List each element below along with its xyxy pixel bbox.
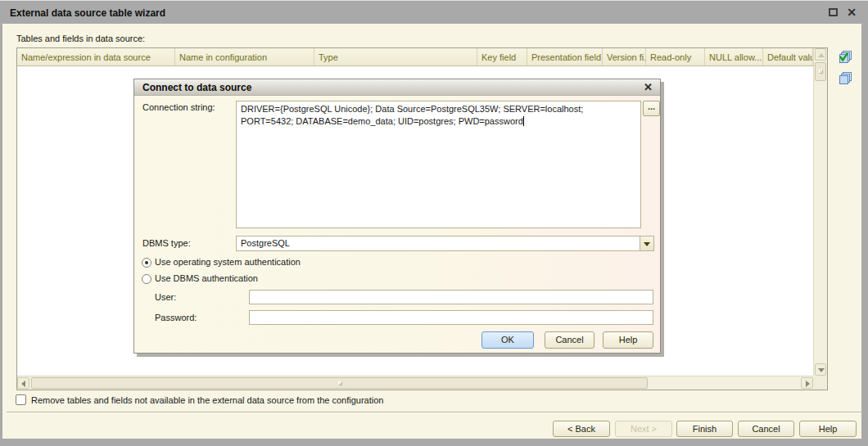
thumb-grip <box>338 381 342 385</box>
dialog-title: Connect to data source <box>142 82 251 93</box>
column-header[interactable]: Presentation field <box>527 48 603 66</box>
close-icon: ✕ <box>847 6 857 19</box>
uncheck-all-button[interactable] <box>837 71 853 88</box>
horizontal-scroll-thumb[interactable] <box>31 377 648 389</box>
column-header[interactable]: Default valu <box>763 48 813 66</box>
browse-button[interactable]: ... <box>643 101 660 116</box>
scroll-right-button[interactable] <box>801 377 813 389</box>
connection-string-label: Connection string: <box>142 102 215 112</box>
dialog-titlebar[interactable]: Connect to data source <box>134 79 660 96</box>
password-label: Password: <box>155 313 197 322</box>
close-icon: ✕ <box>644 81 653 93</box>
dbms-type-select[interactable]: PostgreSQL <box>236 236 654 251</box>
remove-tables-label: Remove tables and fields not available i… <box>31 395 383 405</box>
table-caption: Tables and fields in data source: <box>16 34 145 43</box>
maximize-button[interactable] <box>827 7 840 19</box>
column-header[interactable]: Key field <box>477 48 527 66</box>
remove-tables-checkbox[interactable] <box>16 394 26 405</box>
vertical-scroll-thumb[interactable] <box>815 62 826 81</box>
finish-button[interactable]: Finish <box>676 421 733 437</box>
table-header: Name/expression in data sourceName in co… <box>17 48 813 66</box>
radio-os-auth-label: Use operating system authentication <box>155 257 301 267</box>
separator-line <box>7 412 861 413</box>
scrollbar-corner <box>813 376 827 390</box>
column-header[interactable]: Type <box>314 48 477 66</box>
dialog-cancel-button[interactable]: Cancel <box>545 331 594 349</box>
scroll-down-button[interactable] <box>815 363 826 376</box>
radio-dbms-auth-label: Use DBMS authentication <box>155 273 258 283</box>
uncheck-all-icon <box>837 71 853 88</box>
check-all-button[interactable] <box>837 50 853 66</box>
wizard-window: External data source table wizard ✕ Tabl… <box>0 0 868 446</box>
thumb-grip <box>819 70 823 74</box>
connection-string-value: DRIVER={PostgreSQL Unicode}; Data Source… <box>241 104 583 126</box>
column-header[interactable]: Version fi... <box>603 48 646 66</box>
back-button[interactable]: < Back <box>553 421 610 437</box>
user-label: User: <box>155 292 176 302</box>
maximize-icon <box>829 8 838 16</box>
dropdown-button[interactable] <box>640 237 653 250</box>
window-title: External data source table wizard <box>10 7 165 19</box>
window-titlebar[interactable]: External data source table wizard <box>2 2 861 24</box>
column-header[interactable]: Name in configuration <box>175 48 314 66</box>
scroll-down-icon <box>818 368 825 372</box>
radio-os-auth[interactable] <box>142 258 151 268</box>
text-caret <box>523 116 524 126</box>
column-header[interactable]: Name/expression in data source <box>17 48 175 66</box>
connect-dialog: Connect to data source ✕ Connection stri… <box>133 79 661 354</box>
column-header[interactable]: NULL allow... <box>705 48 763 66</box>
scroll-left-button[interactable] <box>17 377 29 389</box>
ok-button[interactable]: OK <box>481 331 534 349</box>
dialog-close-button[interactable]: ✕ <box>644 82 653 92</box>
cancel-button[interactable]: Cancel <box>738 421 794 437</box>
close-button[interactable]: ✕ <box>845 7 858 19</box>
vertical-scrollbar[interactable] <box>813 48 827 376</box>
column-header[interactable]: Read-only <box>646 48 705 66</box>
dbms-type-value: PostgreSQL <box>241 238 290 248</box>
check-all-icon <box>837 50 853 66</box>
next-button[interactable]: Next > <box>615 421 672 437</box>
connection-string-input[interactable]: DRIVER={PostgreSQL Unicode}; Data Source… <box>236 101 641 228</box>
dbms-type-label: DBMS type: <box>142 238 191 248</box>
scroll-up-icon <box>818 53 825 57</box>
scroll-left-icon <box>21 381 25 387</box>
help-button[interactable]: Help <box>799 421 857 437</box>
user-input[interactable] <box>249 290 653 304</box>
horizontal-scrollbar[interactable] <box>17 376 813 390</box>
chevron-down-icon <box>644 242 650 246</box>
radio-dbms-auth[interactable] <box>142 274 151 284</box>
scroll-up-button[interactable] <box>815 48 826 61</box>
password-input[interactable] <box>249 310 653 325</box>
dialog-help-button[interactable]: Help <box>603 331 653 349</box>
scroll-right-icon <box>806 381 810 387</box>
